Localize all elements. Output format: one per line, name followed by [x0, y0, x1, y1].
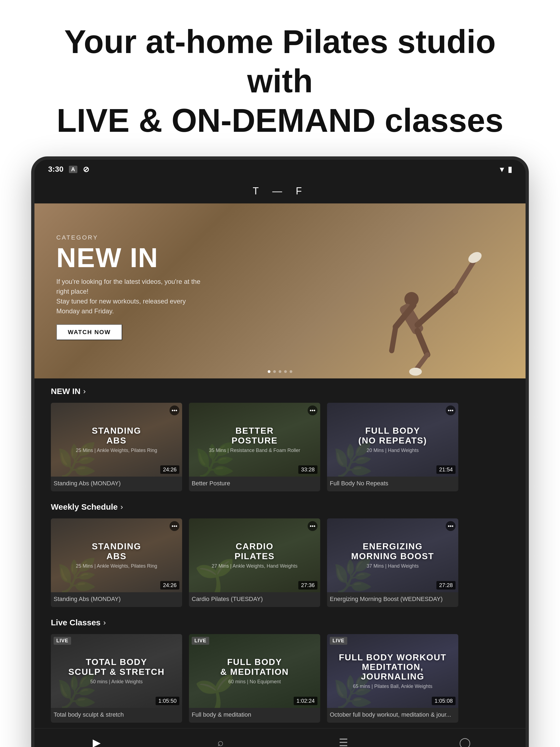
wifi-icon: ▾	[500, 165, 504, 174]
video-title: ENERGIZINGMORNING BOOST	[351, 542, 434, 561]
video-label: Full body & meditation	[189, 708, 320, 723]
video-meta: 65 mins | Pilates Ball, Ankle Weights	[353, 684, 432, 689]
video-label: Standing Abs (MONDAY)	[51, 476, 182, 491]
video-card[interactable]: 🌿 BETTERPOSTURE 35 Mins | Resistance Ban…	[189, 403, 320, 491]
status-time: 3:30	[48, 165, 63, 174]
nav-item-explore[interactable]: ▶ Explore	[85, 737, 108, 747]
video-menu-icon[interactable]: •••	[308, 406, 317, 415]
hero-watch-now-button[interactable]: WATCH NOW	[56, 324, 122, 340]
svg-line-3	[392, 327, 396, 351]
video-meta: 35 Mins | Resistance Band & Foam Roller	[209, 447, 300, 453]
video-card[interactable]: 🌿 ENERGIZINGMORNING BOOST 37 Mins | Hand…	[327, 518, 458, 607]
video-meta: 50 mins | Ankle Weights	[90, 679, 143, 685]
video-card[interactable]: 🌿 FULL BODY(NO REPEATS) 20 Mins | Hand W…	[327, 403, 458, 491]
video-duration: 1:05:08	[432, 697, 456, 705]
explore-icon: ▶	[93, 737, 101, 747]
video-label: Energizing Morning Boost (WEDNESDAY)	[327, 592, 458, 607]
video-meta: 20 Mins | Hand Weights	[367, 447, 418, 453]
section-title-live: Live Classes	[51, 618, 101, 627]
hero-description: If you're looking for the latest videos,…	[56, 277, 204, 316]
video-card[interactable]: 🌿 TOTAL BODYSCULPT & STRETCH 50 mins | A…	[51, 634, 182, 723]
app-content: NEW IN › 🌿 STANDINGABS 25 Mins | Ankle W…	[34, 379, 526, 747]
video-title: FULL BODY& MEDITATION	[221, 657, 289, 676]
nav-item-library[interactable]: ☰ Library	[333, 737, 353, 747]
video-duration: 27:28	[436, 581, 456, 590]
video-title: BETTERPOSTURE	[232, 426, 278, 445]
headline-line1: Your at-home Pilates studio with	[64, 23, 496, 99]
video-meta: 25 Mins | Ankle Weights, Pilates Ring	[76, 563, 157, 569]
video-label: October full body workout, meditation & …	[327, 708, 458, 723]
bottom-nav: ▶ Explore ⌕ Search ☰ Library ◯ Profile	[34, 728, 526, 747]
video-card[interactable]: 🌱 FULL BODY& MEDITATION 60 mins | No Equ…	[189, 634, 320, 723]
live-badge: LIVE	[192, 637, 209, 645]
live-badge: LIVE	[330, 637, 347, 645]
video-duration: 21:54	[436, 465, 456, 474]
svg-line-7	[455, 259, 475, 291]
status-badge-a: A	[69, 166, 77, 173]
app-logo: T — F	[253, 185, 307, 197]
profile-icon: ◯	[459, 737, 471, 747]
hero-title: NEW IN	[56, 244, 204, 271]
video-duration: 24:26	[160, 465, 179, 474]
section-arrow-new-in[interactable]: ›	[83, 387, 85, 396]
video-duration: 24:26	[160, 581, 179, 590]
video-title: STANDINGABS	[92, 426, 142, 445]
page-headline: Your at-home Pilates studio with LIVE & …	[0, 0, 560, 156]
video-label: Total body sculpt & stretch	[51, 708, 182, 723]
video-meta: 37 Mins | Hand Weights	[367, 563, 418, 569]
device-frame: 3:30 A ⊘ ▾ ▮ T — F	[31, 156, 529, 747]
hero-banner[interactable]: CATEGORY NEW IN If you're looking for th…	[34, 203, 526, 379]
status-bar: 3:30 A ⊘ ▾ ▮	[34, 160, 526, 179]
video-card[interactable]: 🌱 CARDIOPILATES 27 Mins | Ankle Weights,…	[189, 518, 320, 607]
video-card[interactable]: 🌿 STANDINGABS 25 Mins | Ankle Weights, P…	[51, 403, 182, 491]
video-meta: 25 Mins | Ankle Weights, Pilates Ring	[76, 447, 157, 453]
video-title: CARDIOPILATES	[235, 542, 275, 561]
hero-category: CATEGORY	[56, 234, 204, 241]
section-title-weekly: Weekly Schedule	[51, 502, 118, 512]
nav-item-profile[interactable]: ◯ Profile	[456, 737, 475, 747]
nav-item-search[interactable]: ⌕ Search	[210, 737, 231, 747]
battery-icon: ▮	[508, 165, 512, 174]
svg-line-6	[417, 291, 455, 325]
svg-point-9	[409, 368, 422, 376]
video-card[interactable]: 🌿 STANDINGABS 25 Mins | Ankle Weights, P…	[51, 518, 182, 607]
video-duration: 1:05:50	[156, 697, 179, 705]
video-menu-icon[interactable]: •••	[308, 521, 317, 531]
video-card[interactable]: 🌿 FULL BODY WORKOUTMEDITATION, JOURNALIN…	[327, 634, 458, 723]
section-title-new-in: NEW IN	[51, 387, 80, 396]
video-duration: 33:28	[298, 465, 317, 474]
video-menu-icon[interactable]: •••	[446, 406, 456, 415]
video-meta: 60 mins | No Equipment	[228, 679, 281, 685]
section-live-classes: Live Classes › 🌿 TOTAL BODYSCULPT & STRE…	[34, 610, 526, 725]
section-weekly-schedule: Weekly Schedule › 🌿 STANDINGABS 25 Mins …	[34, 494, 526, 610]
section-arrow-weekly[interactable]: ›	[121, 503, 123, 511]
video-meta: 27 Mins | Ankle Weights, Hand Weights	[212, 563, 298, 569]
video-label: Better Posture	[189, 476, 320, 491]
video-menu-icon[interactable]: •••	[170, 406, 179, 415]
section-new-in: NEW IN › 🌿 STANDINGABS 25 Mins | Ankle W…	[34, 379, 526, 494]
library-icon: ☰	[339, 737, 348, 747]
video-duration: 1:02:24	[294, 697, 317, 705]
video-title: STANDINGABS	[92, 542, 142, 561]
video-title: TOTAL BODYSCULPT & STRETCH	[68, 657, 164, 676]
video-title: FULL BODY WORKOUTMEDITATION, JOURNALING	[332, 653, 453, 681]
section-arrow-live[interactable]: ›	[103, 618, 106, 627]
live-badge: LIVE	[54, 637, 71, 645]
app-header: T — F	[34, 179, 526, 203]
video-label: Standing Abs (MONDAY)	[51, 592, 182, 607]
video-label: Full Body No Repeats	[327, 476, 458, 491]
headline-line2: LIVE & ON-DEMAND classes	[57, 102, 503, 138]
signal-icon: ⊘	[83, 165, 89, 174]
video-menu-icon[interactable]: •••	[170, 521, 179, 531]
search-icon: ⌕	[218, 737, 224, 747]
video-menu-icon[interactable]: •••	[446, 521, 456, 531]
video-duration: 27:36	[298, 581, 317, 590]
svg-line-4	[417, 331, 427, 355]
hero-pagination	[268, 370, 292, 373]
video-label: Cardio Pilates (TUESDAY)	[189, 592, 320, 607]
video-title: FULL BODY(NO REPEATS)	[358, 426, 427, 445]
